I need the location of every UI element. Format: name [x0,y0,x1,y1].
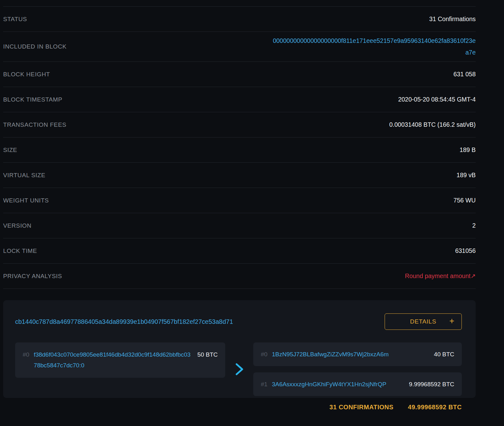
output-amount: 40 BTC [434,349,454,360]
detail-value: 189 B [460,146,476,154]
output-index: #1 [261,379,267,390]
confirmations-badge: 31 CONFIRMATIONS [329,404,393,411]
detail-row-size: SIZE 189 B [3,137,476,163]
details-button[interactable]: DETAILS + [385,313,462,330]
output-amount: 9.99968592 BTC [409,379,454,390]
output-address-link[interactable]: 3A6AsxxxzgHnGKhiFyW4tYX1Hn2sjNfrQP [272,379,403,390]
plus-icon: + [449,316,455,326]
detail-label: LOCK TIME [3,248,37,254]
detail-row-status: STATUS 31 Confirmations [3,7,476,32]
detail-label: BLOCK TIMESTAMP [3,96,62,103]
detail-value: 631056 [455,247,476,254]
detail-row-privacy-analysis: PRIVACY ANALYSIS Round payment amount↗ [3,264,476,289]
transaction-card: cb1440c787d8a46977886405a34da89939e1b049… [3,300,476,398]
detail-row-lock-time: LOCK TIME 631056 [3,238,476,264]
detail-value[interactable]: Round payment amount↗ [405,272,476,280]
detail-value: 189 vB [456,172,476,179]
detail-label: VERSION [3,222,32,229]
arrow-column [225,342,253,396]
detail-value: 756 WU [454,197,476,204]
output-row: #0 1BzN95J72BLBafwgZiZZvM9s7Wj2bxzA6m 40… [253,342,462,366]
detail-value: 2020-05-20 08:54:45 GMT-4 [398,96,476,103]
chevron-right-icon [235,362,244,376]
detail-row-virtual-size: VIRTUAL SIZE 189 vB [3,163,476,188]
output-row: #1 3A6AsxxxzgHnGKhiFyW4tYX1Hn2sjNfrQP 9.… [253,372,462,396]
output-index: #0 [261,349,267,360]
input-index: #0 [23,349,29,360]
detail-label: INCLUDED IN BLOCK [3,43,66,50]
detail-label: TRANSACTION FEES [3,121,66,128]
transaction-card-header: cb1440c787d8a46977886405a34da89939e1b049… [15,313,462,330]
outputs-column: #0 1BzN95J72BLBafwgZiZZvM9s7Wj2bxzA6m 40… [253,342,462,396]
detail-value: 2 [472,222,476,229]
detail-value: 31 Confirmations [429,15,476,23]
detail-row-included-in-block: INCLUDED IN BLOCK 00000000000000000000f8… [3,32,476,62]
transaction-detail-page: STATUS 31 Confirmations INCLUDED IN BLOC… [3,6,476,411]
transaction-details-table: STATUS 31 Confirmations INCLUDED IN BLOC… [3,6,476,289]
detail-row-version: VERSION 2 [3,213,476,238]
inputs-column: #0 f38d6f043c070ce9805ee81f46db4d32d0c9f… [15,342,225,378]
detail-label: WEIGHT UNITS [3,197,49,204]
total-amount: 49.99968592 BTC [408,404,462,411]
transaction-footer: 31 CONFIRMATIONS 49.99968592 BTC [3,404,476,411]
detail-label: SIZE [3,147,17,154]
detail-label: PRIVACY ANALYSIS [3,273,62,280]
transaction-id-link[interactable]: cb1440c787d8a46977886405a34da89939e1b049… [15,318,233,325]
detail-label: BLOCK HEIGHT [3,71,50,78]
detail-row-block-height: BLOCK HEIGHT 631 058 [3,62,476,87]
details-button-label: DETAILS [410,318,436,325]
detail-label: VIRTUAL SIZE [3,172,45,179]
inputs-outputs-section: #0 f38d6f043c070ce9805ee81f46db4d32d0c9f… [15,342,462,396]
detail-row-block-timestamp: BLOCK TIMESTAMP 2020-05-20 08:54:45 GMT-… [3,87,476,112]
detail-value: 631 058 [454,71,476,78]
input-row: #0 f38d6f043c070ce9805ee81f46db4d32d0c9f… [15,342,225,378]
output-address-link[interactable]: 1BzN95J72BLBafwgZiZZvM9s7Wj2bxzA6m [272,349,428,360]
detail-value: 0.00031408 BTC (166.2 sat/vB) [389,121,476,128]
input-outpoint-link[interactable]: f38d6f043c070ce9805ee81f46db4d32d0c9f148… [34,349,192,371]
detail-value[interactable]: 00000000000000000000f811e171eee52157e9a9… [272,35,476,58]
detail-row-weight-units: WEIGHT UNITS 756 WU [3,188,476,213]
input-amount: 50 BTC [198,349,218,360]
detail-row-transaction-fees: TRANSACTION FEES 0.00031408 BTC (166.2 s… [3,112,476,137]
detail-label: STATUS [3,16,27,23]
